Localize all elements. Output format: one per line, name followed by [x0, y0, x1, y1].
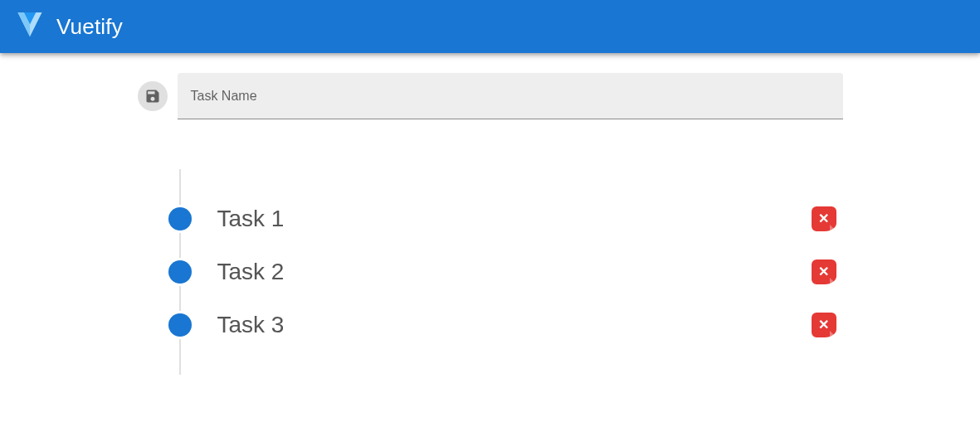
timeline-dot	[168, 206, 193, 231]
delete-button[interactable]: ✕	[812, 313, 836, 337]
timeline-item: Task 2 ✕	[188, 245, 843, 298]
task-timeline: Task 1 ✕ Task 2 ✕ Task 3 ✕	[138, 169, 843, 375]
timeline-item-body: Task 3 ✕	[188, 312, 843, 338]
save-icon	[144, 88, 161, 104]
dot-icon	[168, 260, 192, 284]
close-icon: ✕	[818, 265, 829, 279]
timeline-dot	[168, 313, 193, 337]
main-content: Task Name Task 1 ✕ Task 2 ✕	[138, 53, 843, 375]
add-task-row: Task Name	[138, 73, 843, 119]
delete-button[interactable]: ✕	[812, 260, 836, 284]
timeline-item: Task 3 ✕	[188, 298, 843, 352]
close-icon: ✕	[818, 318, 829, 332]
timeline-item: Task 1 ✕	[188, 192, 843, 245]
close-icon: ✕	[818, 212, 829, 226]
task-label: Task 2	[217, 259, 285, 285]
app-title: Vuetify	[56, 14, 123, 40]
app-bar: Vuetify	[0, 0, 980, 53]
dot-icon	[168, 207, 192, 230]
task-name-field[interactable]: Task Name	[178, 73, 843, 119]
dot-icon	[168, 313, 192, 337]
timeline-dot	[168, 260, 193, 284]
vuetify-logo-icon	[13, 10, 46, 43]
save-button[interactable]	[138, 81, 168, 111]
delete-button[interactable]: ✕	[812, 206, 836, 231]
timeline-item-body: Task 2 ✕	[188, 259, 843, 285]
timeline-item-body: Task 1 ✕	[188, 206, 843, 232]
task-label: Task 3	[217, 312, 285, 338]
task-label: Task 1	[217, 206, 285, 232]
